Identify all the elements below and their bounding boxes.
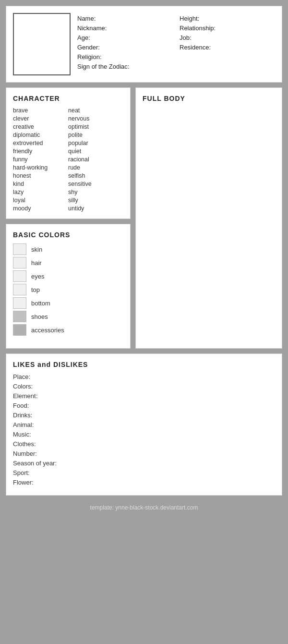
swatch-skin: [13, 243, 26, 255]
likes-food: Food:: [13, 402, 275, 409]
trait-loyal: loyal: [13, 197, 68, 204]
name-field: Name:: [77, 15, 173, 22]
nickname-field: Nickname:: [77, 24, 173, 32]
trait-kind: kind: [13, 181, 68, 187]
character-title: CHARACTER: [13, 95, 123, 102]
trait-honest: honest: [13, 172, 68, 179]
label-top: top: [31, 286, 40, 293]
full-body-card: FULL BODY: [135, 87, 282, 349]
likes-season: Season of year:: [13, 460, 275, 467]
label-bottom: bottom: [31, 300, 50, 307]
trait-shy: shy: [68, 189, 123, 195]
swatch-shoes: [13, 311, 26, 322]
info-left: Name: Nickname: Age: Gender: Religion: S…: [77, 13, 173, 70]
color-item-top: top: [13, 284, 123, 295]
likes-music: Music:: [13, 431, 275, 438]
trait-selfish: selfish: [68, 172, 123, 179]
trait-quiet: quiet: [68, 148, 123, 155]
trait-moody: moody: [13, 205, 68, 212]
likes-animal: Animal:: [13, 421, 275, 428]
traits-col-left: brave clever creative diplomatic extrove…: [13, 107, 68, 212]
left-col: CHARACTER brave clever creative diplomat…: [6, 87, 131, 349]
job-field: Job:: [180, 34, 275, 41]
info-card: Name: Nickname: Age: Gender: Religion: S…: [6, 6, 282, 83]
trait-friendly: friendly: [13, 148, 68, 155]
relationship-field: Relationship:: [180, 24, 275, 32]
likes-clothes: Clothes:: [13, 440, 275, 448]
trait-polite: polite: [68, 132, 123, 138]
likes-element: Element:: [13, 392, 275, 400]
label-shoes: shoes: [31, 313, 48, 320]
likes-place: Place:: [13, 373, 275, 380]
trait-popular: popular: [68, 140, 123, 146]
swatch-top: [13, 284, 26, 295]
swatch-hair: [13, 257, 26, 268]
trait-rude: rude: [68, 164, 123, 171]
full-body-title: FULL BODY: [143, 95, 275, 102]
mid-section: CHARACTER brave clever creative diplomat…: [6, 87, 282, 349]
likes-card: LIKES and DISLIKES Place: Colors: Elemen…: [6, 353, 282, 496]
color-item-hair: hair: [13, 257, 123, 268]
color-item-accessories: accessories: [13, 324, 123, 336]
trait-neat: neat: [68, 107, 123, 114]
trait-lazy: lazy: [13, 189, 68, 195]
gender-field: Gender:: [77, 44, 173, 51]
zodiac-field: Sign of the Zodiac:: [77, 63, 173, 70]
color-item-bottom: bottom: [13, 297, 123, 309]
residence-field: Residence:: [180, 44, 275, 51]
photo-box: [13, 13, 71, 75]
label-skin: skin: [31, 246, 42, 253]
trait-untidy: untidy: [68, 205, 123, 212]
swatch-accessories: [13, 324, 26, 336]
likes-sport: Sport:: [13, 469, 275, 476]
likes-title: LIKES and DISLIKES: [13, 361, 275, 368]
main-wrapper: Name: Nickname: Age: Gender: Religion: S…: [6, 6, 282, 513]
trait-hard-working: hard-working: [13, 164, 68, 171]
footer-text: template: ynne-black-stock.deviantart.co…: [90, 504, 198, 511]
trait-optimist: optimist: [68, 123, 123, 130]
trait-clever: clever: [13, 115, 68, 122]
height-field: Height:: [180, 15, 275, 22]
likes-number: Number:: [13, 450, 275, 457]
trait-silly: silly: [68, 197, 123, 204]
trait-funny: funny: [13, 156, 68, 163]
likes-drinks: Drinks:: [13, 412, 275, 419]
trait-extroverted: extroverted: [13, 140, 68, 146]
religion-field: Religion:: [77, 53, 173, 61]
swatch-eyes: [13, 270, 26, 282]
trait-diplomatic: diplomatic: [13, 132, 68, 138]
trait-nervous: nervous: [68, 115, 123, 122]
color-item-skin: skin: [13, 243, 123, 255]
age-field: Age:: [77, 34, 173, 41]
color-item-eyes: eyes: [13, 270, 123, 282]
likes-colors: Colors:: [13, 383, 275, 390]
trait-racional: racional: [68, 156, 123, 163]
info-right: Height: Relationship: Job: Residence:: [180, 13, 275, 51]
trait-sensitive: sensitive: [68, 181, 123, 187]
character-card: CHARACTER brave clever creative diplomat…: [6, 87, 131, 219]
basic-colors-card: BASIC COLORS skin hair eyes top: [6, 224, 131, 349]
character-traits: brave clever creative diplomatic extrove…: [13, 107, 123, 212]
label-accessories: accessories: [31, 327, 64, 334]
likes-flower: Flower:: [13, 479, 275, 486]
footer: template: ynne-black-stock.deviantart.co…: [6, 500, 282, 513]
label-eyes: eyes: [31, 273, 44, 280]
trait-creative: creative: [13, 123, 68, 130]
label-hair: hair: [31, 259, 42, 267]
swatch-bottom: [13, 297, 26, 309]
color-item-shoes: shoes: [13, 311, 123, 322]
basic-colors-title: BASIC COLORS: [13, 231, 123, 239]
trait-brave: brave: [13, 107, 68, 114]
traits-col-right: neat nervous optimist polite popular qui…: [68, 107, 123, 212]
